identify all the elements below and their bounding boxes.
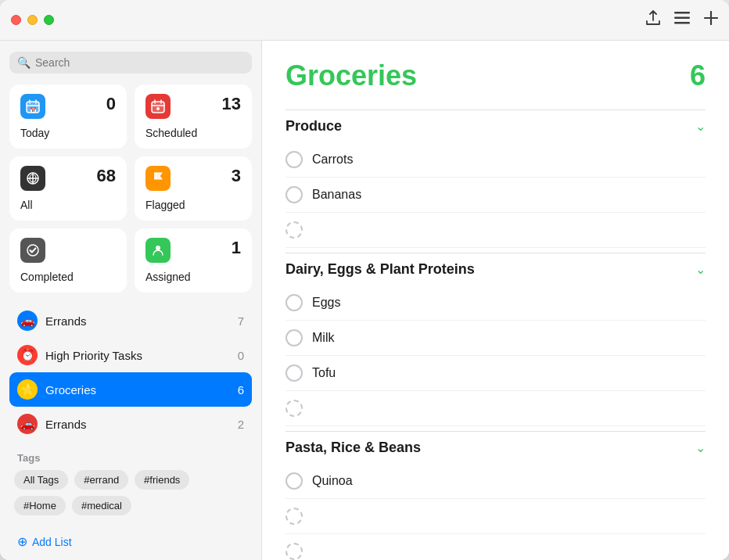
groceries-label: Groceries: [45, 383, 230, 397]
svg-point-11: [156, 246, 160, 250]
list-item-high-priority[interactable]: ⏰ High Priority Tasks 0: [9, 338, 252, 372]
title-bar-actions: [646, 10, 718, 30]
assigned-count: 1: [232, 238, 241, 258]
add-list-icon: ⊕: [17, 534, 27, 549]
assigned-label: Assigned: [145, 271, 241, 283]
errands-count: 7: [238, 314, 244, 328]
all-count: 68: [97, 166, 116, 186]
dairy-title: Dairy, Eggs & Plant Proteins: [285, 261, 475, 278]
task-dairy-empty: [285, 391, 706, 426]
pasta-empty2-checkbox[interactable]: [285, 543, 303, 560]
tags-title: Tags: [9, 449, 252, 470]
list-item-groceries[interactable]: 🌟 Groceries 6: [9, 372, 252, 407]
produce-section-header[interactable]: Produce ⌄: [285, 109, 706, 142]
tofu-checkbox[interactable]: [285, 364, 303, 382]
quinoa-checkbox[interactable]: [285, 472, 303, 490]
dairy-chevron-icon: ⌄: [695, 262, 706, 277]
all-label: All: [20, 199, 116, 211]
bananas-checkbox[interactable]: [285, 186, 303, 203]
list-item-errands[interactable]: 🚗 Errands 7: [9, 303, 252, 338]
errands2-count: 2: [238, 418, 244, 431]
milk-checkbox[interactable]: [285, 329, 303, 346]
svg-text:📅: 📅: [30, 106, 37, 113]
task-carrots: Carrots: [285, 142, 706, 178]
smart-lists-grid: 📅 0 Today 13 Scheduled: [9, 84, 252, 293]
milk-label: Milk: [312, 331, 334, 345]
produce-empty-checkbox[interactable]: [285, 221, 303, 239]
task-tofu: Tofu: [285, 356, 706, 391]
detail-title: Groceries: [285, 59, 417, 92]
pasta-section-header[interactable]: Pasta, Rice & Beans ⌄: [285, 431, 706, 464]
user-lists: 🚗 Errands 7 ⏰ High Priority Tasks 0 🌟 Gr…: [9, 303, 252, 441]
svg-point-8: [156, 107, 160, 110]
tag-home[interactable]: #Home: [14, 496, 66, 515]
pasta-section: Pasta, Rice & Beans ⌄ Quinoa: [285, 431, 706, 560]
groceries-count: 6: [238, 383, 244, 397]
today-label: Today: [20, 127, 116, 139]
task-produce-empty: [285, 213, 706, 248]
dairy-section-header[interactable]: Dairy, Eggs & Plant Proteins ⌄: [285, 253, 706, 285]
flagged-label: Flagged: [145, 199, 241, 211]
svg-rect-2: [674, 22, 690, 24]
smart-list-flagged[interactable]: 3 Flagged: [135, 156, 252, 221]
add-reminder-icon[interactable]: [704, 11, 718, 29]
task-quinoa: Quinoa: [285, 464, 706, 499]
pasta-empty1-checkbox[interactable]: [285, 508, 303, 525]
detail-header: Groceries 6: [285, 59, 706, 92]
quinoa-label: Quinoa: [312, 474, 353, 488]
close-button[interactable]: [11, 15, 21, 25]
pasta-title: Pasta, Rice & Beans: [285, 440, 421, 456]
search-icon: 🔍: [17, 56, 31, 69]
smart-list-completed[interactable]: Completed: [9, 228, 127, 293]
completed-label: Completed: [20, 271, 116, 283]
scheduled-count: 13: [222, 94, 241, 114]
completed-icon: [20, 238, 45, 263]
traffic-lights: [11, 15, 54, 25]
task-milk: Milk: [285, 321, 706, 356]
smart-list-assigned[interactable]: 1 Assigned: [135, 228, 252, 293]
smart-list-today[interactable]: 📅 0 Today: [9, 84, 127, 149]
list-view-icon[interactable]: [674, 12, 690, 28]
produce-title: Produce: [285, 118, 342, 135]
list-item-errands2[interactable]: 🚗 Errands 2: [9, 407, 252, 441]
produce-chevron-icon: ⌄: [695, 119, 706, 134]
pasta-chevron-icon: ⌄: [695, 440, 706, 455]
errands-label: Errands: [45, 314, 230, 328]
high-priority-count: 0: [238, 349, 244, 362]
produce-section: Produce ⌄ Carrots Bananas: [285, 109, 706, 248]
add-list-button[interactable]: ⊕ Add List: [9, 526, 252, 560]
eggs-checkbox[interactable]: [285, 294, 303, 311]
tag-all[interactable]: All Tags: [14, 470, 68, 490]
title-bar: [0, 0, 729, 41]
svg-rect-0: [674, 12, 690, 14]
assigned-icon: [145, 238, 171, 263]
share-icon[interactable]: [646, 10, 660, 30]
tag-medical[interactable]: #medical: [72, 496, 131, 515]
add-list-label: Add List: [32, 536, 72, 548]
task-bananas: Bananas: [285, 178, 706, 213]
tofu-label: Tofu: [312, 366, 336, 380]
carrots-label: Carrots: [312, 153, 353, 167]
today-icon: 📅: [20, 94, 45, 119]
smart-list-all[interactable]: 68 All: [9, 156, 127, 221]
search-input[interactable]: [35, 56, 244, 69]
dairy-empty-checkbox[interactable]: [285, 400, 303, 417]
scheduled-label: Scheduled: [145, 127, 241, 139]
errands2-list-icon: 🚗: [17, 414, 38, 434]
sidebar: 🔍 📅 0 Today: [0, 41, 262, 560]
tags-container: All Tags #errand #friends #Home #medical: [9, 470, 252, 515]
tag-friends[interactable]: #friends: [135, 470, 189, 490]
tag-errand[interactable]: #errand: [74, 470, 128, 490]
minimize-button[interactable]: [27, 15, 38, 25]
task-pasta-empty2: [285, 534, 706, 560]
task-eggs: Eggs: [285, 285, 706, 321]
fullscreen-button[interactable]: [44, 15, 54, 25]
flagged-count: 3: [232, 166, 241, 186]
smart-list-scheduled[interactable]: 13 Scheduled: [135, 84, 252, 149]
eggs-label: Eggs: [312, 296, 340, 310]
scheduled-icon: [145, 94, 171, 119]
bananas-label: Bananas: [312, 188, 361, 202]
flagged-icon: [145, 166, 171, 191]
search-bar[interactable]: 🔍: [9, 52, 252, 74]
carrots-checkbox[interactable]: [285, 151, 303, 168]
